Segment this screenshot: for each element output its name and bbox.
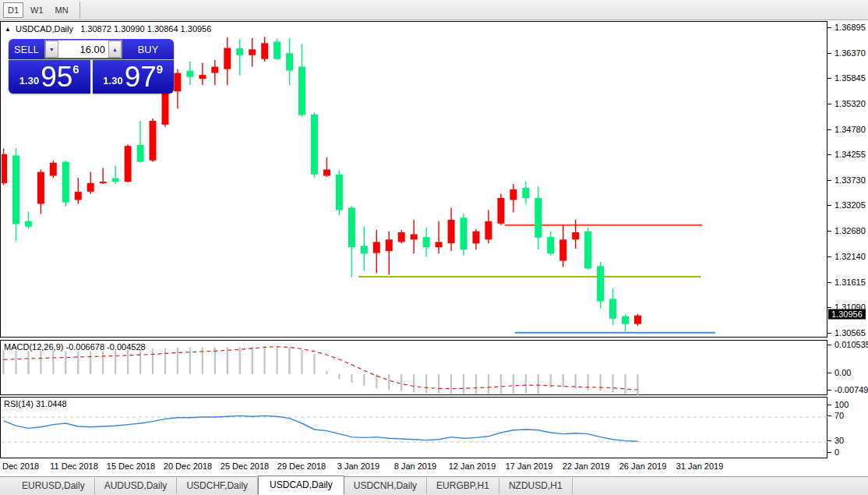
sell-button[interactable]: SELL (9, 39, 44, 59)
collapse-indicator-icon[interactable]: ▲ (5, 26, 11, 33)
date-axis-label: 17 Jan 2019 (506, 461, 553, 471)
candle (597, 262, 604, 308)
price-axis-label: 1.33730 (834, 175, 866, 185)
candle (273, 38, 281, 59)
price-axis-label: 1.36370 (834, 48, 866, 58)
candle (386, 232, 393, 275)
chart-tab-nzdusd-h1[interactable]: NZDUSD,H1 (499, 478, 573, 494)
rsi-axis-label: 70 (834, 411, 844, 420)
candle (12, 148, 19, 241)
candle (436, 221, 443, 253)
chart-tab-usdcnh-daily[interactable]: USDCNH,Daily (344, 478, 427, 494)
price-axis-tick (827, 231, 831, 232)
bid-price-display[interactable]: 1.30 95 6 (9, 60, 90, 94)
date-axis-label: 25 Dec 2018 (221, 461, 269, 471)
candle (2, 148, 7, 185)
timeframe-button-w1[interactable]: W1 (26, 2, 48, 18)
chart-tab-audusd-daily[interactable]: AUDUSD,Daily (95, 478, 178, 494)
date-axis-label: 6 Dec 2018 (0, 461, 39, 471)
date-axis[interactable]: 6 Dec 201811 Dec 201815 Dec 201820 Dec 2… (0, 458, 827, 476)
candle (622, 314, 629, 331)
price-axis-tick (827, 154, 831, 155)
price-axis-label: 1.35845 (834, 73, 866, 83)
bid-price-prefix: 1.30 (19, 75, 39, 87)
volume-increase-button[interactable]: ▲ (108, 41, 122, 58)
candle (510, 184, 517, 213)
candle (559, 225, 566, 267)
candle (411, 220, 418, 253)
candle (547, 232, 554, 256)
date-axis-label: 29 Dec 2018 (277, 461, 326, 471)
chart-tab-bar: EURUSD,DailyAUDUSD,DailyUSDCHF,DailyUSDC… (0, 476, 868, 495)
candle (609, 288, 616, 325)
candle (249, 38, 256, 67)
candle (62, 161, 69, 207)
candle (100, 168, 107, 185)
date-axis-label: 12 Jan 2019 (449, 461, 496, 471)
candle (311, 112, 318, 178)
date-axis-label: 8 Jan 2019 (394, 461, 436, 471)
bid-price-pip-digit: 6 (72, 62, 79, 76)
ask-price-prefix: 1.30 (103, 75, 122, 87)
price-axis[interactable]: 1.368951.363701.358451.353201.347801.342… (827, 21, 868, 338)
volume-decrease-button[interactable]: ▼ (45, 41, 58, 58)
ask-price-display[interactable]: 1.30 97 9 (93, 60, 175, 94)
rsi-label: RSI(14) 31.0448 (4, 399, 67, 408)
candle (25, 211, 32, 228)
macd-axis[interactable]: 0.0105350.00-0.007498 (827, 340, 868, 395)
timeframe-button-mn[interactable]: MN (51, 2, 73, 18)
price-axis-tick (827, 104, 831, 104)
chart-tab-eurusd-daily[interactable]: EURUSD,Daily (12, 478, 95, 494)
candle (50, 161, 57, 178)
candle (224, 37, 231, 85)
candle (373, 230, 380, 273)
macd-axis-tick (827, 373, 831, 373)
candle (199, 63, 206, 85)
candle (186, 62, 193, 85)
macd-panel[interactable]: MACD(12,26,9) -0.006678 -0.004528 (0, 340, 827, 395)
date-axis-label: 26 Jan 2019 (619, 461, 667, 471)
chart-tab-usdchf-daily[interactable]: USDCHF,Daily (177, 478, 258, 494)
rsi-axis[interactable]: 10070300 (827, 397, 868, 458)
candle (348, 207, 355, 278)
candle (572, 220, 579, 249)
price-axis-tick (827, 205, 831, 206)
main-chart-panel[interactable]: ▲ USDCAD,Daily 1.30872 1.30990 1.30864 1… (0, 21, 827, 338)
rsi-panel[interactable]: RSI(14) 31.0448 (0, 397, 827, 458)
macd-axis-tick (827, 390, 831, 391)
macd-axis-label: 0.00 (834, 368, 851, 377)
timeframe-button-d1[interactable]: D1 (3, 2, 23, 18)
candle (174, 69, 181, 109)
timeframe-toolbar: D1W1MN (0, 0, 868, 20)
price-axis-tick (827, 256, 831, 257)
date-axis-label: 22 Jan 2019 (563, 461, 610, 471)
price-axis-label: 1.30565 (834, 328, 866, 338)
chart-ohlc-values: 1.30872 1.30990 1.30864 1.30956 (80, 24, 211, 34)
macd-signal-line (4, 347, 638, 390)
bid-price-big-digits: 95 (41, 62, 72, 93)
candle (37, 170, 44, 214)
chart-tab-eurgbp-h1[interactable]: EURGBP,H1 (427, 478, 499, 494)
buy-button[interactable]: BUY (122, 39, 174, 59)
candle (460, 214, 468, 256)
macd-axis-tick (827, 345, 831, 345)
candle (473, 229, 480, 250)
chart-title: ▲ USDCAD,Daily 1.30872 1.30990 1.30864 1… (5, 24, 211, 34)
current-price-tag: 1.30956 (828, 309, 866, 319)
price-axis-tick (827, 53, 831, 54)
chart-symbol-label: USDCAD,Daily (16, 24, 73, 34)
candle (75, 178, 82, 204)
volume-input[interactable] (58, 41, 108, 58)
candle (323, 157, 330, 177)
date-axis-label: 15 Dec 2018 (107, 461, 155, 471)
ask-price-big-digits: 97 (125, 62, 157, 93)
price-axis-tick (827, 180, 831, 181)
price-axis-label: 1.33205 (834, 200, 866, 210)
candle (150, 118, 157, 162)
ask-price-pip-digit: 9 (157, 62, 163, 76)
rsi-axis-tick (827, 405, 831, 405)
candle (522, 182, 529, 204)
candle (423, 228, 430, 257)
candle (236, 39, 243, 76)
chart-tab-usdcad-daily[interactable]: USDCAD,Daily (258, 476, 344, 495)
